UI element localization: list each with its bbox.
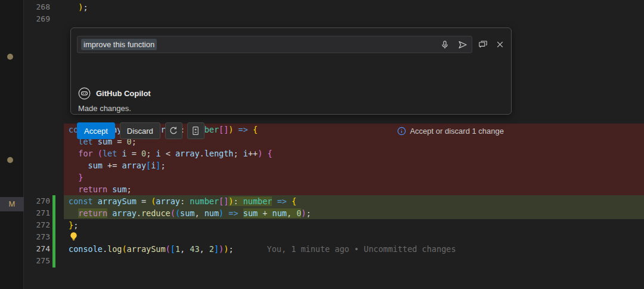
git-blame-annotation: You, 1 minute ago • Uncommitted changes (267, 244, 456, 254)
modified-file-badge[interactable]: M (0, 197, 24, 211)
copilot-logo-icon (78, 87, 91, 100)
code-token: , (180, 244, 190, 254)
provider-name: GitHub Copilot (96, 89, 151, 98)
code-line[interactable] (64, 13, 644, 25)
code-token: } (78, 173, 83, 182)
inline-chat-widget: improve this function (70, 27, 512, 115)
code-token: const (69, 196, 93, 206)
code-token: reduce (141, 208, 171, 218)
code-token: 1 (175, 244, 180, 254)
code-line[interactable] (64, 255, 644, 267)
line-number[interactable]: 271 (24, 207, 51, 219)
code-token: { (292, 196, 296, 206)
code-token: , (287, 208, 296, 218)
code-token (107, 185, 112, 194)
code-token: array (112, 208, 137, 218)
vscode-editor: M 268269270271272273274275 );const array… (0, 0, 644, 289)
code-line[interactable]: sum += array[i]; (64, 159, 644, 171)
code-token: < (161, 149, 175, 158)
code-token (93, 196, 98, 206)
line-number[interactable]: 270 (24, 195, 51, 207)
code-token (69, 161, 88, 170)
send-icon[interactable] (456, 38, 469, 51)
code-token: } (69, 220, 73, 230)
code-token: console (69, 244, 103, 254)
code-line[interactable]: const arraySum = (array: number[]): numb… (64, 195, 644, 207)
code-token: log (107, 244, 122, 254)
code-token: sum (243, 208, 258, 218)
line-number[interactable]: 273 (24, 231, 51, 243)
code-token: += (103, 161, 122, 170)
gutter-decoration-dot (7, 157, 13, 163)
code-line[interactable]: return array.reduce((sum, num) => sum + … (64, 207, 644, 219)
code-token: ) (219, 208, 224, 218)
code-token: sum (180, 208, 194, 218)
code-token: sum (88, 161, 103, 170)
chat-status-text: Made changes. (78, 104, 131, 113)
code-token: return (78, 208, 107, 218)
line-number[interactable]: 275 (24, 255, 51, 267)
code-token (107, 208, 112, 218)
code-token: sum (112, 185, 126, 194)
info-icon (397, 127, 406, 136)
code-token: . (200, 149, 205, 158)
code-token: ] (214, 244, 219, 254)
diff-file-icon[interactable] (187, 122, 205, 139)
open-chat-icon[interactable] (476, 38, 490, 51)
code-token: , (194, 208, 204, 218)
code-token: for (78, 149, 92, 158)
code-token (69, 185, 78, 194)
code-token: ( (122, 244, 126, 254)
code-token: arraySum (98, 196, 137, 206)
code-token (69, 208, 78, 218)
code-line[interactable]: return sum; (64, 183, 644, 195)
code-token: number (190, 196, 219, 206)
code-token: ( (98, 149, 103, 158)
code-token: ( (166, 244, 171, 254)
code-token: arraySum (127, 244, 166, 254)
code-line[interactable]: } (64, 171, 644, 183)
code-token: , (200, 244, 209, 254)
code-token: : (180, 196, 190, 206)
code-token: num (273, 208, 287, 218)
code-line[interactable]: }; (64, 219, 644, 231)
microphone-icon[interactable] (438, 38, 451, 51)
line-number[interactable]: 274 (24, 243, 51, 255)
code-token: array (156, 196, 180, 206)
code-token: ; (160, 161, 165, 170)
code-token: . (103, 244, 107, 254)
code-token: : (233, 196, 243, 206)
code-token: [ (146, 161, 151, 170)
code-token: => (228, 208, 238, 218)
code-token: 43 (190, 244, 199, 254)
change-summary-text: Accept or discard 1 change (410, 127, 504, 136)
code-token (69, 149, 78, 158)
code-token: + (258, 208, 272, 218)
chat-input[interactable]: improve this function (77, 36, 472, 53)
code-token: [ (171, 244, 175, 254)
code-token: ( (175, 208, 180, 218)
code-token: ; (234, 149, 243, 158)
line-number[interactable]: 268 (24, 1, 51, 13)
code-token: => (277, 196, 287, 206)
discard-button[interactable]: Discard (120, 122, 160, 139)
code-token: = (127, 149, 141, 158)
code-token: [] (219, 196, 228, 206)
code-token: ; (228, 244, 233, 254)
line-number[interactable]: 269 (24, 13, 51, 25)
code-line[interactable]: for (let i = 0; i < array.length; i++) { (64, 147, 644, 159)
code-token: number (243, 196, 273, 206)
code-token: i (156, 149, 160, 158)
code-line[interactable] (64, 231, 644, 243)
code-line[interactable]: ); (64, 1, 644, 13)
accept-button[interactable]: Accept (77, 122, 115, 139)
lightbulb-icon[interactable] (69, 232, 78, 241)
close-icon[interactable] (493, 38, 506, 51)
left-decoration-strip: M (0, 0, 24, 289)
code-line[interactable]: console.log(arraySum([1, 43, 2]));You, 1… (64, 243, 644, 255)
code-token: { (267, 149, 272, 158)
retry-icon[interactable] (165, 122, 182, 139)
modified-lines-gutter-bar[interactable] (52, 195, 55, 268)
line-number[interactable]: 272 (24, 219, 51, 231)
code-token: = (137, 196, 151, 206)
